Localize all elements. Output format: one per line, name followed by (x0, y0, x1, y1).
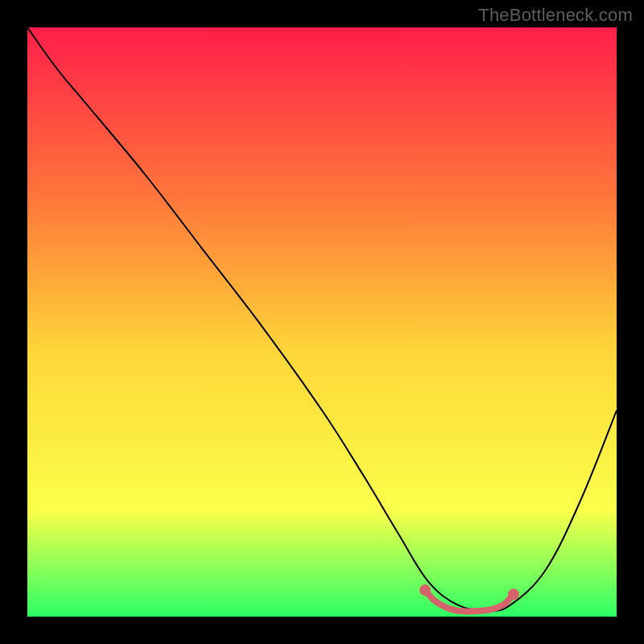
bottleneck-chart (27, 27, 617, 617)
gradient-background (27, 27, 617, 617)
watermark-text: TheBottleneck.com (478, 5, 633, 26)
optimal-range-end-marker (508, 588, 519, 600)
plot-area (27, 27, 617, 617)
optimal-range-start-marker (419, 584, 431, 596)
chart-container: TheBottleneck.com (0, 0, 644, 644)
